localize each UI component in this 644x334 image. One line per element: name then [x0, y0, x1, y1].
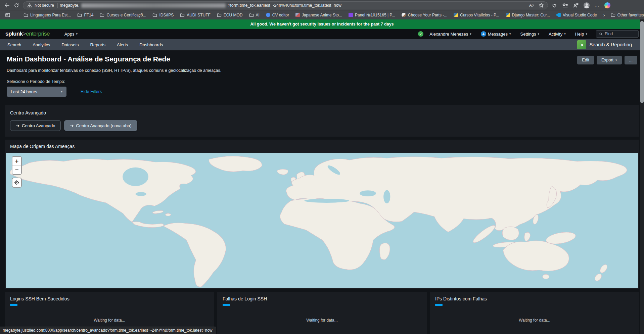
read-aloud-icon[interactable] [528, 2, 534, 8]
splunk-logo[interactable]: splunk>enterprise [5, 31, 50, 37]
other-favorites-folder[interactable]: Other favorites [611, 13, 644, 17]
search-icon [599, 32, 603, 36]
nav-reports[interactable]: Reports [90, 42, 106, 47]
favorite-star-icon[interactable] [538, 2, 544, 8]
bookmark-item[interactable]: Visual Studio Code [556, 13, 597, 17]
nav-search[interactable]: Search [7, 42, 21, 47]
dashboard-description: Dashboard para monitorizar tentativas de… [5, 64, 639, 73]
waiting-status: Waiting for data... [435, 318, 634, 323]
panel-accent-dash [435, 304, 443, 306]
bookmark-item[interactable]: Django Master: Cur... [506, 13, 550, 17]
bookmark-item[interactable]: IDS/IPS [152, 13, 174, 17]
browser-menu-icon[interactable]: … [594, 4, 600, 7]
centro-avancado-new-tab-button[interactable]: ➔ Centro Avançado (nova aba) [64, 120, 137, 131]
bookmark-item[interactable]: Panel №1015165 | P... [349, 13, 395, 17]
activity-menu[interactable]: Activity ▾ [545, 29, 569, 39]
nav-datasets[interactable]: Datasets [61, 42, 79, 47]
security-status-banner: All good. We haven't got security issues… [0, 19, 644, 29]
refresh-icon[interactable] [13, 2, 19, 8]
status-bar-url: megabyte.justdied.com:8000/app/search/ce… [0, 327, 216, 334]
bookmarks-overflow-icon[interactable]: › [603, 12, 605, 18]
folder-icon [24, 13, 28, 17]
browser-action-icons: … [551, 2, 610, 8]
bookmark-item[interactable]: Choose Your Parts -... [402, 13, 447, 17]
folder-icon [77, 13, 82, 17]
more-actions-button[interactable]: ... [625, 56, 637, 64]
health-check-icon[interactable]: ✓ [418, 31, 423, 37]
bookmarks-bar: Linguagens Para Est... FF14 Cursos e Cer… [0, 10, 644, 19]
nav-dashboards[interactable]: Dashboards [139, 42, 163, 47]
panel-accent-dash [223, 304, 230, 306]
profile-avatar[interactable] [584, 2, 590, 8]
export-button[interactable]: Export ▾ [597, 56, 622, 64]
chevron-down-icon: ▾ [564, 32, 566, 36]
nav-analytics[interactable]: Analytics [33, 42, 50, 47]
scrollbar-track[interactable] [640, 19, 644, 334]
search-reporting-app-icon[interactable]: > [577, 40, 586, 49]
bookmark-item[interactable]: Linguagens Para Est... [24, 13, 71, 17]
url-redacted-segment [81, 3, 226, 8]
panel-title: Centro Avançado [10, 110, 634, 115]
chevron-down-icon: ▾ [509, 32, 511, 36]
settings-menu[interactable]: Settings ▾ [517, 29, 543, 39]
zoom-in-button[interactable]: + [12, 157, 21, 165]
sidebar-toggle-icon[interactable] [5, 12, 11, 18]
browser-toolbar: Not secure megabyte. ?form.time_tok.earl… [0, 0, 644, 10]
splunk-header: splunk>enterprise Apps ▾ ✓ Alexandre Men… [0, 29, 644, 39]
bookmark-item[interactable]: ECU MOD [217, 13, 243, 17]
bookmark-item[interactable]: CV editor [266, 13, 289, 17]
bookmark-item[interactable]: AI [249, 13, 260, 17]
favorites-collections-icon[interactable] [562, 2, 568, 8]
browser-window: Not secure megabyte. ?form.time_tok.earl… [0, 0, 644, 334]
map-locate-button[interactable] [12, 178, 22, 188]
panel-title: Mapa de Origem das Ameaças [6, 144, 638, 149]
not-secure-warning-icon[interactable] [27, 2, 33, 8]
user-menu[interactable]: Alexandre Menezes ▾ [426, 29, 474, 39]
find-search-box[interactable] [596, 30, 639, 38]
find-input[interactable] [605, 32, 636, 36]
dashboard-body: Main Dashboard - Análise de Segurança de… [0, 50, 644, 334]
help-menu[interactable]: Help ▾ [572, 29, 591, 39]
panel-title: IPs Distintos com Falhas [435, 296, 634, 301]
python-favicon [506, 13, 510, 17]
messages-count-badge: 4 [481, 31, 486, 37]
zoom-out-button[interactable]: − [12, 165, 21, 174]
chevron-down-icon: ▾ [538, 32, 539, 36]
browser-essentials-icon[interactable] [551, 2, 557, 8]
waiting-status: Waiting for data... [223, 318, 421, 323]
time-range-picker[interactable]: Last 24 hours ▾ [7, 87, 66, 97]
apps-menu[interactable]: Apps ▾ [61, 29, 81, 39]
map-zoom-control: + − [12, 156, 22, 175]
vscode-favicon [556, 13, 561, 17]
folder-icon [152, 13, 157, 17]
not-secure-label[interactable]: Not secure [35, 3, 54, 8]
threat-map-panel: Mapa de Origem das Ameaças [5, 140, 639, 289]
folder-icon [611, 13, 615, 17]
anime-store-favicon [295, 13, 300, 17]
chevron-down-icon: ▾ [470, 32, 471, 36]
messages-menu[interactable]: 4 Messages ▾ [477, 29, 514, 39]
chevron-down-icon: ▾ [76, 32, 78, 36]
parts-favicon [402, 13, 406, 17]
bookmark-item[interactable]: Japanese Anime Sto... [295, 13, 342, 17]
panel-title: Falhas de Login SSH [223, 296, 421, 301]
bookmark-item[interactable]: Cursos Vitalícios - P... [454, 13, 499, 17]
url-divider [57, 3, 58, 8]
centro-avancado-button[interactable]: ➔ Centro Avançado [10, 120, 61, 131]
bookmark-item[interactable]: FF14 [77, 13, 93, 17]
nav-alerts[interactable]: Alerts [117, 42, 128, 47]
edit-button[interactable]: Edit [577, 56, 594, 64]
scrollbar-thumb[interactable] [640, 21, 644, 103]
bookmark-item[interactable]: AUDI STUFF [180, 13, 211, 17]
profile-feedback-icon[interactable] [573, 2, 579, 8]
bookmark-item[interactable]: Cursos e Certificaçõ... [100, 13, 146, 17]
banner-text: All good. We haven't got security issues… [250, 22, 394, 27]
url-bar[interactable]: Not secure megabyte. ?form.time_tok.earl… [23, 1, 548, 9]
copilot-icon[interactable] [604, 2, 610, 8]
folder-icon [249, 13, 254, 17]
target-icon [14, 180, 19, 185]
hide-filters-link[interactable]: Hide Filters [81, 89, 102, 94]
back-icon[interactable] [4, 2, 10, 8]
folder-icon [180, 13, 185, 17]
world-map[interactable]: + − [6, 153, 638, 288]
